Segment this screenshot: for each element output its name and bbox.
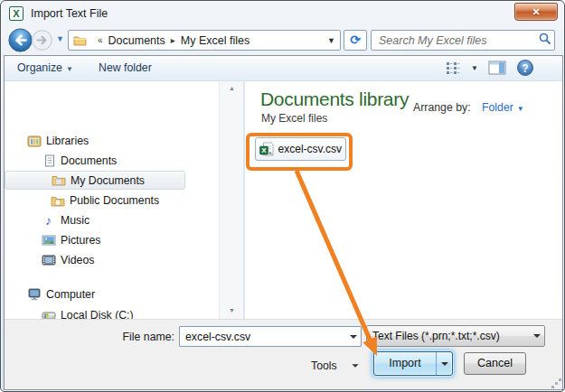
chevron-down-icon <box>350 335 357 339</box>
chevron-down-icon: ▼ <box>517 105 524 113</box>
sidebar-item-computer[interactable]: Computer <box>5 285 217 304</box>
documents-library-icon <box>41 154 56 168</box>
dialog-footer: File name: Text Files (*.prn;*.txt;*.csv… <box>5 319 562 389</box>
tree-scrollbar[interactable]: ▲ ▼ <box>219 81 243 319</box>
search-icon[interactable] <box>536 33 554 49</box>
svg-text:a,: a, <box>268 150 273 155</box>
tools-menu[interactable]: Tools <box>311 359 359 372</box>
command-bar: Organize▼ New folder ▼ <box>5 56 562 81</box>
folder-icon <box>73 34 87 46</box>
breadcrumb-overflow-chevron[interactable]: « <box>98 35 103 45</box>
import-text-file-dialog: X Import Text File ✕ ▼ <box>0 0 565 392</box>
change-view-dropdown-icon[interactable]: ▼ <box>471 64 478 72</box>
computer-icon <box>26 287 42 302</box>
file-type-select[interactable]: Text Files (*.prn;*.txt;*.csv) <box>366 325 545 347</box>
resize-grip-icon[interactable] <box>555 382 558 385</box>
recent-locations-dropdown[interactable]: ▼ <box>56 34 64 43</box>
import-button[interactable]: Import <box>373 351 453 376</box>
folder-documents-icon <box>51 173 66 188</box>
arrange-by-dropdown[interactable]: Folder▼ <box>482 101 524 114</box>
chevron-down-icon: ▼ <box>66 65 73 73</box>
window-title: Import Text File <box>31 7 108 20</box>
library-title: Documents library <box>260 89 409 110</box>
organize-menu[interactable]: Organize▼ <box>17 61 73 74</box>
breadcrumb: « Documents ▸ My Excel files ▼ <box>68 30 341 51</box>
navigation-bar: ▼ « Documents ▸ My Excel files ▼ ⟳ <box>1 26 564 55</box>
preview-pane-icon <box>488 61 506 75</box>
import-dropdown-button[interactable] <box>436 352 452 375</box>
pictures-icon <box>41 233 56 247</box>
folder-documents-icon <box>50 193 65 208</box>
library-subtitle: My Excel files <box>261 112 327 125</box>
svg-text:X: X <box>261 146 267 154</box>
close-icon: ✕ <box>532 6 540 17</box>
refresh-icon: ⟳ <box>350 33 361 47</box>
search-box <box>371 30 555 51</box>
forward-arrow-icon <box>32 30 52 51</box>
navigation-pane: Libraries Documents My Documents <box>5 81 219 319</box>
close-button[interactable]: ✕ <box>514 3 558 21</box>
sidebar-item-public-documents[interactable]: Public Documents <box>5 191 217 210</box>
file-item-excel-csv[interactable]: X a, excel-csv.csv <box>255 137 346 161</box>
change-view-button[interactable] <box>445 61 461 79</box>
chevron-down-icon <box>533 334 541 338</box>
music-icon: ♪ <box>41 213 56 228</box>
videos-icon <box>41 253 56 267</box>
sidebar-item-pictures[interactable]: Pictures <box>5 230 217 250</box>
forward-button[interactable] <box>32 30 52 54</box>
scroll-up-icon[interactable]: ▲ <box>220 85 244 91</box>
back-arrow-icon <box>8 28 33 52</box>
sidebar-item-videos[interactable]: Videos <box>5 250 217 270</box>
explorer-body: Libraries Documents My Documents <box>5 81 562 319</box>
file-list-pane: Documents library My Excel files Arrange… <box>245 81 562 319</box>
excel-app-icon: X <box>9 6 24 21</box>
views-icon <box>445 61 461 76</box>
import-button-label[interactable]: Import <box>374 352 436 375</box>
back-button[interactable] <box>8 28 33 56</box>
sidebar-item-my-documents[interactable]: My Documents <box>5 171 185 190</box>
file-name-combobox <box>179 326 362 347</box>
file-name-label: excel-csv.csv <box>278 143 342 155</box>
cancel-button[interactable]: Cancel <box>464 352 526 375</box>
breadcrumb-item-documents[interactable]: Documents <box>108 34 165 47</box>
refresh-button[interactable]: ⟳ <box>344 30 367 51</box>
sidebar-item-music[interactable]: ♪ Music <box>5 210 217 230</box>
breadcrumb-dropdown-icon[interactable]: ▼ <box>327 36 335 45</box>
file-type-dropdown-button[interactable] <box>529 326 544 346</box>
breadcrumb-separator-icon: ▸ <box>171 35 175 45</box>
explorer-frame: Organize▼ New folder ▼ <box>4 55 563 390</box>
preview-pane-button[interactable] <box>488 61 506 79</box>
scroll-down-icon[interactable]: ▼ <box>220 307 244 313</box>
new-folder-button[interactable]: New folder <box>99 61 152 74</box>
sidebar-item-libraries[interactable]: Libraries <box>5 131 217 151</box>
search-input[interactable] <box>372 34 536 47</box>
sidebar-item-documents[interactable]: Documents <box>5 151 217 171</box>
csv-file-icon: X a, <box>259 142 274 156</box>
chevron-down-icon <box>441 362 448 366</box>
help-icon: ? <box>522 62 528 75</box>
file-name-field-label: File name: <box>84 331 174 343</box>
arrange-by-label: Arrange by: <box>413 101 471 114</box>
file-name-dropdown-button[interactable] <box>345 327 361 346</box>
chevron-down-icon <box>352 364 358 368</box>
breadcrumb-item-my-excel-files[interactable]: My Excel files <box>181 34 250 47</box>
title-bar: X Import Text File ✕ <box>1 1 564 26</box>
file-name-input[interactable] <box>180 331 345 343</box>
libraries-icon <box>26 134 42 148</box>
help-button[interactable]: ? <box>517 60 533 76</box>
